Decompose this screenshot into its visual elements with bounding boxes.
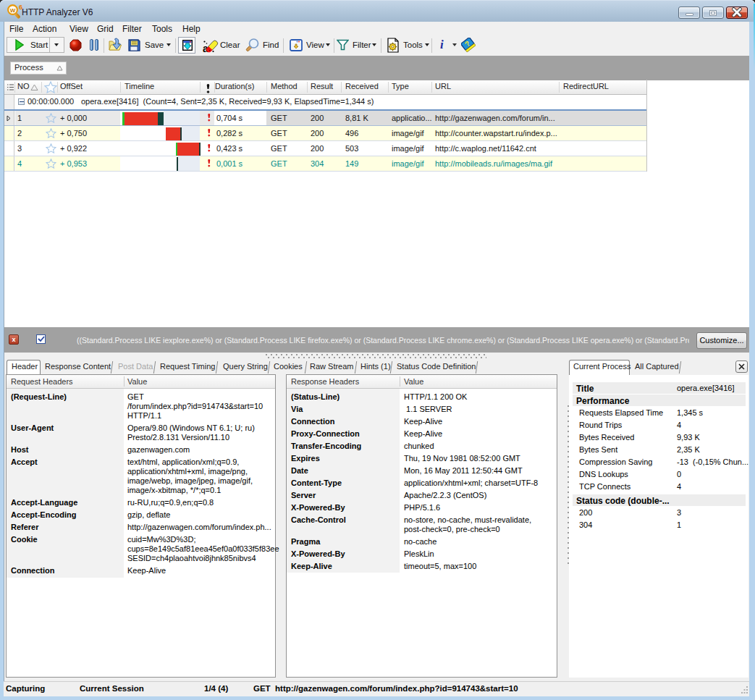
svg-text:W: W [10,7,16,14]
